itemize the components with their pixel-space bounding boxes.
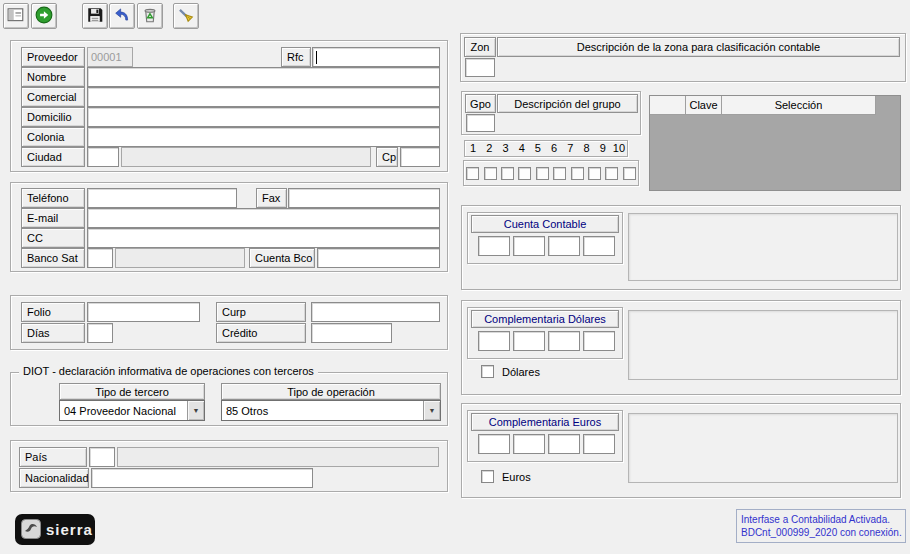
- cc-label: CC: [21, 228, 85, 248]
- comercial-label: Comercial: [21, 87, 85, 107]
- complementaria-euros-title: Complementaria Euros: [471, 413, 619, 431]
- group-checkbox-6[interactable]: [553, 167, 566, 180]
- save-floppy-icon: [86, 6, 104, 27]
- credito-label: Crédito: [216, 323, 306, 343]
- credito-input[interactable]: [311, 323, 392, 343]
- telefono-label: Teléfono: [21, 188, 85, 208]
- group-checkbox-3[interactable]: [501, 167, 514, 180]
- comp-euros-seg3-input[interactable]: [548, 434, 580, 454]
- exit-form-icon: [7, 6, 25, 27]
- cp-label: Cp: [376, 147, 398, 167]
- contacto-group: Teléfono Fax E-mail CC Banco Sat Cuenta …: [10, 182, 448, 272]
- folio-label: Folio: [21, 302, 85, 322]
- cuenta-contable-seg1-input[interactable]: [478, 236, 510, 256]
- pais-label: País: [19, 447, 87, 467]
- folio-group: Folio Curp Días Crédito: [10, 295, 448, 350]
- comp-euros-seg4-input[interactable]: [583, 434, 615, 454]
- comp-dolares-seg1-input[interactable]: [478, 331, 510, 351]
- sierra-logo-text: sierra: [46, 522, 93, 537]
- group-number-label: 3: [497, 141, 513, 156]
- grid-header-seleccion: Selección: [722, 96, 876, 115]
- group-checkbox-7[interactable]: [571, 167, 584, 180]
- domicilio-label: Domicilio: [21, 107, 85, 127]
- rfc-label: Rfc: [281, 47, 311, 67]
- zona-group: Zon Descripción de la zona para clasific…: [460, 33, 906, 82]
- comp-dolares-seg2-input[interactable]: [513, 331, 545, 351]
- fax-input[interactable]: [288, 188, 440, 208]
- comp-dolares-seg4-input[interactable]: [583, 331, 615, 351]
- tipo-tercero-value: 04 Proveedor Nacional: [60, 401, 187, 420]
- cuenta-contable-desc-panel: [628, 213, 898, 281]
- grupo-descripcion-header: Descripción del grupo: [497, 94, 638, 113]
- pais-code-input[interactable]: [89, 447, 115, 467]
- group-checkbox-8[interactable]: [588, 167, 601, 180]
- comp-dolares-desc-panel: [628, 310, 898, 380]
- group-checkbox-10[interactable]: [623, 167, 636, 180]
- domicilio-input[interactable]: [87, 107, 440, 127]
- gpo-label: Gpo: [465, 94, 496, 113]
- colonia-input[interactable]: [87, 127, 440, 147]
- banco-sat-input[interactable]: [87, 248, 113, 268]
- tipo-tercero-dropdown-button[interactable]: ▼: [187, 401, 204, 420]
- status-line-1: Interfase a Contabilidad Activada.: [741, 513, 901, 526]
- comp-dolares-seg3-input[interactable]: [548, 331, 580, 351]
- cp-input[interactable]: [400, 147, 440, 167]
- comp-euros-seg1-input[interactable]: [478, 434, 510, 454]
- undo-button[interactable]: [109, 3, 135, 29]
- nacionalidad-input[interactable]: [91, 468, 313, 488]
- group-checkbox-9[interactable]: [605, 167, 618, 180]
- euros-checkbox[interactable]: [481, 470, 494, 483]
- rfc-input[interactable]: [312, 47, 440, 67]
- group-checkbox-4[interactable]: [518, 167, 531, 180]
- exit-button[interactable]: [3, 3, 29, 29]
- save-button[interactable]: [82, 3, 108, 29]
- chevron-down-icon: ▼: [193, 407, 200, 414]
- delete-button[interactable]: [137, 3, 163, 29]
- group-number-label: 2: [481, 141, 497, 156]
- nombre-input[interactable]: [87, 67, 440, 87]
- cuenta-contable-seg2-input[interactable]: [513, 236, 545, 256]
- clean-button[interactable]: [173, 3, 199, 29]
- cuenta-bco-input[interactable]: [317, 248, 440, 268]
- complementaria-euros-box: Complementaria Euros: [467, 410, 623, 462]
- group-checkbox-2[interactable]: [484, 167, 497, 180]
- undo-arrow-icon: [113, 6, 131, 27]
- tipo-operacion-dropdown-button[interactable]: ▼: [423, 401, 440, 420]
- group-number-label: 1: [465, 141, 481, 156]
- nacionalidad-label: Nacionalidad: [19, 468, 89, 488]
- broom-icon: [177, 6, 195, 27]
- complementaria-dolares-box: Complementaria Dólares: [467, 307, 623, 359]
- email-input[interactable]: [87, 208, 440, 228]
- tipo-operacion-label: Tipo de operación: [221, 383, 441, 400]
- cc-input[interactable]: [87, 228, 440, 248]
- dias-input[interactable]: [87, 323, 113, 343]
- group-checkbox-5[interactable]: [536, 167, 549, 180]
- go-button[interactable]: [31, 3, 57, 29]
- seleccion-grid[interactable]: Clave Selección: [649, 95, 901, 191]
- curp-input[interactable]: [311, 302, 440, 322]
- go-green-arrow-icon: [35, 6, 53, 27]
- group-checkbox-strip: [463, 160, 639, 186]
- ciudad-code-input[interactable]: [87, 147, 119, 167]
- zon-label: Zon: [464, 37, 496, 57]
- proveedor-label: Proveedor: [21, 47, 85, 67]
- tipo-tercero-label: Tipo de tercero: [59, 383, 205, 400]
- folio-input[interactable]: [87, 302, 200, 322]
- group-number-label: 8: [578, 141, 594, 156]
- comercial-input[interactable]: [87, 87, 440, 107]
- zon-input[interactable]: [465, 58, 495, 77]
- pais-desc-field: [117, 447, 439, 467]
- proveedor-input: 00001: [87, 47, 133, 67]
- group-checkbox-1[interactable]: [466, 167, 479, 180]
- group-number-label: 5: [530, 141, 546, 156]
- tipo-tercero-select[interactable]: 04 Proveedor Nacional ▼: [59, 400, 205, 421]
- gpo-input[interactable]: [466, 114, 495, 132]
- telefono-input[interactable]: [87, 188, 237, 208]
- grid-header-clave: Clave: [686, 96, 722, 115]
- cuenta-contable-seg4-input[interactable]: [583, 236, 615, 256]
- tipo-operacion-select[interactable]: 85 Otros ▼: [221, 400, 441, 421]
- sierra-logo: sierra: [15, 514, 95, 545]
- cuenta-contable-seg3-input[interactable]: [548, 236, 580, 256]
- dolares-checkbox[interactable]: [481, 365, 494, 378]
- comp-euros-seg2-input[interactable]: [513, 434, 545, 454]
